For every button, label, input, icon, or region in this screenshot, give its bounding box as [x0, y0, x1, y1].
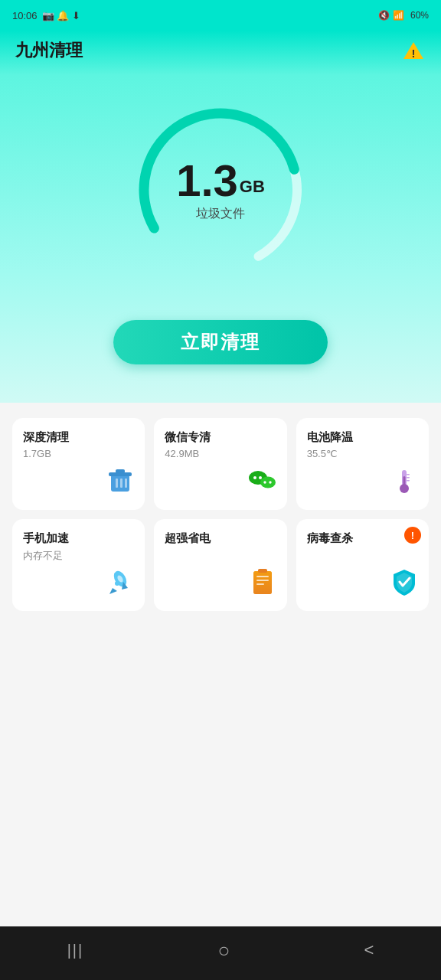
- svg-text:!: !: [412, 47, 416, 60]
- svg-rect-21: [407, 480, 410, 482]
- thermometer-icon: [389, 466, 420, 501]
- thermometer-svg: [389, 466, 420, 496]
- gauge-center: 1.3 GB 垃圾文件: [176, 158, 265, 222]
- svg-rect-28: [253, 571, 272, 594]
- virus-badge: !: [404, 527, 421, 544]
- svg-rect-8: [120, 479, 122, 488]
- card-deep-clean[interactable]: 深度清理 1.7GB: [12, 418, 145, 510]
- deep-clean-icon: [105, 466, 136, 501]
- card-phone-boost[interactable]: 手机加速 内存不足: [12, 519, 145, 611]
- svg-rect-9: [125, 479, 127, 488]
- gauge-number: 1.3: [176, 158, 238, 203]
- gauge-unit: GB: [240, 178, 265, 195]
- svg-point-14: [263, 481, 266, 483]
- mute-icon: 🔇: [378, 10, 390, 21]
- status-right: 🔇 📶 60%: [378, 10, 429, 21]
- cards-grid: 深度清理 1.7GB 微信专清 42.9MB: [12, 418, 429, 611]
- cards-section: 深度清理 1.7GB 微信专清 42.9MB: [0, 403, 441, 776]
- svg-rect-29: [256, 576, 269, 577]
- wifi-icon: 📶: [393, 10, 404, 21]
- card-battery-subtitle: 35.5℃: [307, 448, 418, 459]
- status-icons: 📷 🔔 ⬇: [42, 10, 80, 21]
- gauge-value-row: 1.3 GB: [176, 158, 265, 203]
- svg-rect-30: [256, 580, 269, 581]
- clean-button[interactable]: 立即清理: [113, 320, 328, 364]
- shield-icon: [389, 567, 420, 602]
- nav-home[interactable]: ○: [202, 933, 245, 969]
- card-power-title: 超强省电: [165, 531, 276, 546]
- nav-recent[interactable]: |||: [52, 936, 100, 965]
- svg-point-26: [115, 581, 119, 586]
- power-svg: [247, 567, 278, 597]
- card-wechat-subtitle: 42.9MB: [165, 448, 276, 459]
- svg-point-11: [253, 476, 256, 479]
- svg-marker-24: [109, 588, 117, 594]
- wechat-icon: [247, 466, 278, 501]
- battery-level: 60%: [410, 10, 429, 21]
- svg-rect-6: [116, 469, 125, 473]
- svg-rect-19: [407, 474, 410, 475]
- card-virus-title: 病毒查杀: [307, 531, 418, 546]
- svg-rect-18: [403, 476, 405, 488]
- card-battery-cool[interactable]: 电池降温 35.5℃: [296, 418, 429, 510]
- warning-svg: !: [403, 40, 424, 61]
- rocket-icon: [105, 567, 136, 602]
- bottom-nav: ||| ○ <: [0, 926, 441, 980]
- card-deep-clean-subtitle: 1.7GB: [23, 448, 134, 459]
- trash-icon-svg: [105, 466, 136, 496]
- shield-svg: [389, 567, 420, 597]
- card-virus-scan[interactable]: 病毒查杀 !: [296, 519, 429, 611]
- svg-point-12: [259, 476, 262, 479]
- warning-icon[interactable]: !: [401, 38, 426, 63]
- main-top-area: 1.3 GB 垃圾文件 立即清理: [0, 75, 441, 403]
- card-boost-subtitle: 内存不足: [23, 549, 134, 563]
- svg-rect-32: [258, 569, 267, 573]
- status-bar: 10:06 📷 🔔 ⬇ 🔇 📶 60%: [0, 0, 441, 31]
- card-deep-clean-title: 深度清理: [23, 430, 134, 445]
- svg-point-15: [269, 481, 271, 483]
- power-save-icon: [247, 567, 278, 602]
- svg-point-13: [260, 477, 276, 488]
- svg-rect-7: [116, 479, 118, 488]
- app-title: 九州清理: [15, 39, 83, 62]
- card-power-save[interactable]: 超强省电: [154, 519, 286, 611]
- gauge-label: 垃圾文件: [196, 206, 245, 222]
- gauge-container: 1.3 GB 垃圾文件: [129, 98, 312, 282]
- svg-rect-31: [256, 583, 264, 585]
- card-wechat-title: 微信专清: [165, 430, 276, 445]
- rocket-svg: [105, 567, 136, 597]
- card-boost-title: 手机加速: [23, 531, 134, 546]
- status-left: 10:06 📷 🔔 ⬇: [12, 10, 80, 21]
- card-wechat-clean[interactable]: 微信专清 42.9MB: [154, 418, 286, 510]
- spacer: [0, 776, 441, 926]
- svg-rect-20: [407, 477, 410, 479]
- wechat-svg: [247, 466, 278, 496]
- card-battery-title: 电池降温: [307, 430, 418, 445]
- app-header: 九州清理 !: [0, 31, 441, 75]
- nav-back[interactable]: <: [348, 934, 389, 966]
- status-time: 10:06: [12, 10, 38, 21]
